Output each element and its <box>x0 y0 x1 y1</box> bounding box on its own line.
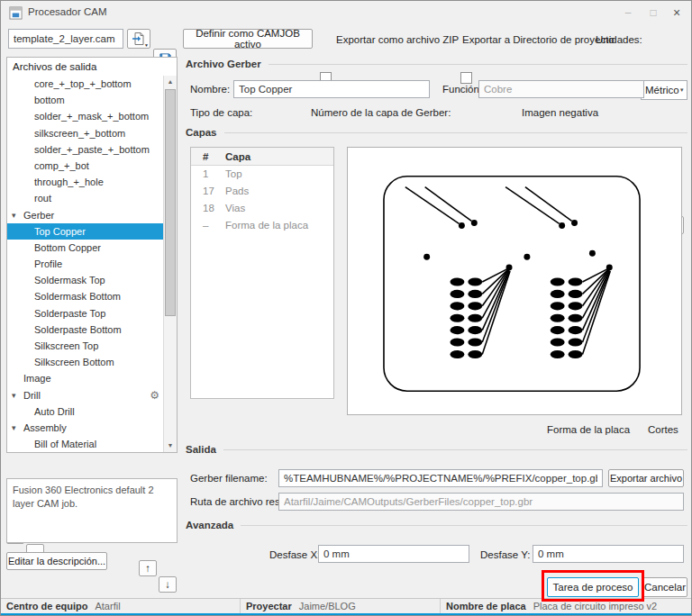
tree-item-silkscreen-bottom[interactable]: Silkscreen Bottom <box>7 354 163 370</box>
pcb-preview-svg <box>348 148 681 414</box>
function-input[interactable] <box>478 80 644 98</box>
app-icon <box>9 6 23 20</box>
section-rule <box>224 132 687 133</box>
output-files-tree: core_+_top_+_bottombottomsolder_+_mask_+… <box>7 76 163 452</box>
section-rule <box>223 449 687 450</box>
offset-x-label: Desfase X: <box>269 549 320 560</box>
section-rule <box>269 64 687 65</box>
cam-file-input[interactable] <box>8 29 123 49</box>
units-select[interactable]: Métrico ▼ <box>641 80 687 100</box>
tree-item-soldermask-top[interactable]: Soldermask Top <box>7 272 163 288</box>
layer-type-label: Tipo de capa: <box>190 107 252 118</box>
layer-row[interactable]: 18Vias <box>191 200 333 217</box>
tree-item-label: solder_+_paste_+_bottom <box>34 141 150 158</box>
tree-item-label: Soldermask Top <box>34 272 105 288</box>
define-camjob-button[interactable]: Definir como CAMJOB activo <box>183 29 313 49</box>
layer-name: Vias <box>222 200 245 217</box>
expand-arrow-icon[interactable]: ▾ <box>12 387 16 403</box>
status-label: Proyectar <box>246 601 292 611</box>
gerber-section-title: Archivo Gerber <box>186 59 261 69</box>
offset-y-input[interactable] <box>533 545 684 563</box>
tree-item-label: bottom <box>34 92 65 108</box>
tree-item-comp-bot[interactable]: comp_+_bot <box>7 158 163 174</box>
export-project-dir-checkbox[interactable] <box>460 72 472 84</box>
board-shape-label: Forma de la placa <box>547 424 630 435</box>
layer-row[interactable]: 1Top <box>191 166 333 183</box>
status-cell: ProyectarJaime/BLOG <box>241 599 441 613</box>
tree-item-top-copper[interactable]: Top Copper <box>7 223 163 240</box>
tree-item-label: comp_+_bot <box>34 158 89 174</box>
tree-item-image[interactable]: Image <box>7 370 163 386</box>
tree-scrollbar[interactable]: ▲ ▼ <box>163 76 177 452</box>
advanced-section-header: Avanzada <box>186 520 687 530</box>
tree-item-solderpaste-bottom[interactable]: Solderpaste Bottom <box>7 322 163 338</box>
tree-item-gerber[interactable]: ▾Gerber <box>7 207 163 223</box>
output-section-header: Salida <box>186 444 687 455</box>
gear-icon[interactable]: ⚙ <box>150 387 159 403</box>
scrollbar-thumb[interactable] <box>165 89 176 316</box>
tree-item-solderpaste-top[interactable]: Solderpaste Top <box>7 305 163 322</box>
tree-item-bottom[interactable]: bottom <box>7 92 163 108</box>
gerber-filename-label: Gerber filename: <box>190 473 268 484</box>
tree-item-soldermask-bottom[interactable]: Soldermask Bottom <box>7 288 163 304</box>
layer-row[interactable]: –Forma de la placa <box>191 217 333 234</box>
close-button[interactable]: × <box>664 1 689 24</box>
tree-item-solder-mask-bottom[interactable]: solder_+_mask_+_bottom <box>7 108 163 124</box>
chevron-down-icon: ▼ <box>679 87 685 93</box>
status-cell: Nombre de placaPlaca de circuito impreso… <box>441 599 692 613</box>
tree-item-silkscreen-bottom[interactable]: silkscreen_+_bottom <box>7 125 163 141</box>
export-file-button[interactable]: Exportar archivo <box>608 469 684 487</box>
title-bar[interactable]: Procesador CAM – □ × <box>1 1 691 24</box>
layer-number: 17 <box>191 183 222 200</box>
tree-item-label: silkscreen_+_bottom <box>34 125 125 141</box>
tree-item-auto-drill[interactable]: Auto Drill <box>7 403 163 420</box>
output-files-panel: Archivos de salida core_+_top_+_bottombo… <box>6 57 178 453</box>
tree-item-label: Auto Drill <box>34 403 75 420</box>
edit-description-button[interactable]: Editar la descripción... <box>6 552 107 570</box>
tree-item-core-top-bottom[interactable]: core_+_top_+_bottom <box>7 76 163 92</box>
tree-item-label: Soldermask Bottom <box>34 288 121 304</box>
cancel-button[interactable]: Cancelar <box>642 577 687 597</box>
units-value: Métrico <box>645 85 679 95</box>
layer-number: – <box>191 217 222 234</box>
tree-item-through-hole[interactable]: through_+_hole <box>7 174 163 190</box>
layer-name: Forma de la placa <box>222 217 308 234</box>
tree-item-drill[interactable]: ▾Drill⚙ <box>7 387 163 403</box>
offset-y-label: Desfase Y: <box>480 549 530 560</box>
scroll-up-icon[interactable]: ▲ <box>164 76 177 88</box>
scroll-down-icon[interactable]: ▼ <box>164 439 177 452</box>
move-up-button[interactable]: ↑ <box>139 560 157 576</box>
chevron-down-icon: ▼ <box>144 43 149 48</box>
tree-item-label: solder_+_mask_+_bottom <box>34 108 149 124</box>
tree-item-rout[interactable]: rout <box>7 190 163 206</box>
tree-item-bill-of-material[interactable]: Bill of Material <box>7 436 163 452</box>
offset-x-input[interactable] <box>318 545 469 563</box>
tree-item-label: Bill of Material <box>34 436 96 452</box>
layer-row[interactable]: 17Pads <box>191 183 333 200</box>
move-down-button[interactable]: ↓ <box>159 576 177 593</box>
name-input[interactable] <box>233 80 430 98</box>
tree-item-label: Profile <box>34 256 62 272</box>
maximize-button[interactable]: □ <box>641 1 666 24</box>
gerber-filename-input[interactable] <box>278 469 603 487</box>
load-job-button[interactable]: ▼ <box>127 29 150 49</box>
tree-item-assembly[interactable]: ▾Assembly <box>7 420 163 436</box>
process-job-button[interactable]: Tarea de proceso <box>547 577 639 597</box>
status-value: Jaime/BLOG <box>299 601 356 611</box>
tree-item-silkscreen-top[interactable]: Silkscreen Top <box>7 338 163 354</box>
layer-number: 18 <box>191 200 222 217</box>
window-title: Procesador CAM <box>28 6 107 17</box>
advanced-section-title: Avanzada <box>186 520 233 530</box>
tree-item-profile[interactable]: Profile <box>7 256 163 272</box>
minimize-button[interactable]: – <box>615 1 641 24</box>
expand-arrow-icon[interactable]: ▾ <box>12 207 16 223</box>
layer-number: 1 <box>191 166 222 183</box>
tree-item-bottom-copper[interactable]: Bottom Copper <box>7 240 163 256</box>
tree-item-solder-paste-bottom[interactable]: solder_+_paste_+_bottom <box>7 141 163 158</box>
tree-item-label: Bottom Copper <box>34 240 101 256</box>
status-label: Nombre de placa <box>446 601 526 611</box>
output-files-header: Archivos de salida <box>7 58 177 76</box>
name-label: Nombre: <box>190 84 230 95</box>
expand-arrow-icon[interactable]: ▾ <box>12 420 16 436</box>
tree-item-label: Solderpaste Bottom <box>34 322 122 338</box>
